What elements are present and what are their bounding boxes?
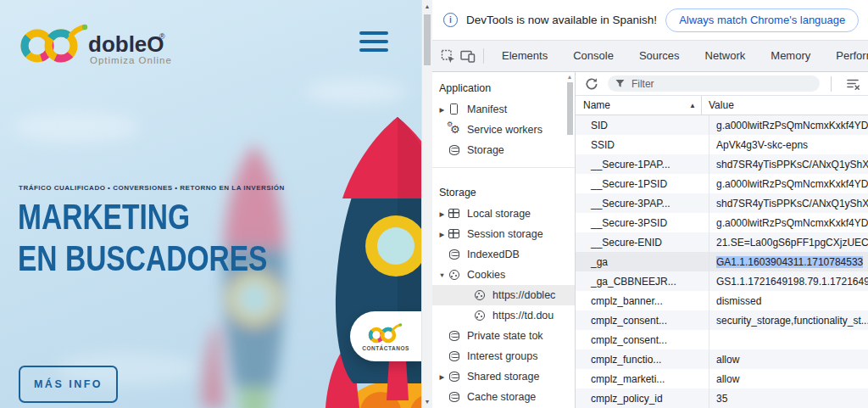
sidebar-item[interactable]: Service workers xyxy=(432,120,575,140)
sidebar-section-title: Application xyxy=(432,74,575,99)
scrollbar-thumb[interactable] xyxy=(567,82,573,135)
column-header-name[interactable]: Name ▲ xyxy=(576,96,702,115)
sidebar-item[interactable]: IndexedDB xyxy=(432,244,575,265)
cookie-value-cell[interactable]: allow xyxy=(709,369,868,388)
device-toolbar-icon[interactable] xyxy=(458,46,478,66)
sidebar-item[interactable]: Private state tok xyxy=(432,326,575,346)
sidebar-item[interactable]: https://doblec xyxy=(432,285,575,305)
filter-input[interactable] xyxy=(630,77,812,91)
devtools-tab[interactable]: Elements xyxy=(489,41,560,71)
cookie-name-cell[interactable]: cmplz_consent... xyxy=(576,330,709,349)
sidebar-item[interactable]: Local storage xyxy=(432,204,575,224)
cookie-row[interactable]: __Secure-ENID 21.SE=La00gS6pFF1pgCXjzUEC… xyxy=(576,232,868,252)
disclosure-arrow-icon[interactable] xyxy=(437,271,448,279)
contact-widget[interactable]: CONTÁCTANOS xyxy=(350,311,421,361)
sort-ascending-icon: ▲ xyxy=(689,102,696,109)
cookie-value-cell[interactable]: shd7SR4yTisPPKsC/ANxQ1yShX... xyxy=(709,193,868,213)
cookie-row[interactable]: cmplz_consent... xyxy=(576,330,868,349)
disclosure-arrow-icon[interactable] xyxy=(437,106,448,114)
cookie-row[interactable]: cmplz_marketi... allow xyxy=(576,369,868,388)
cookie-name-cell[interactable]: __Secure-ENID xyxy=(576,232,709,252)
cookie-row[interactable]: __Secure-3PAP... shd7SR4yTisPPKsC/ANxQ1y… xyxy=(576,193,868,213)
sidebar-item[interactable]: https://td.dou xyxy=(432,305,575,326)
refresh-icon[interactable] xyxy=(581,74,602,94)
disclosure-arrow-icon[interactable] xyxy=(437,373,448,381)
cookie-row[interactable]: __Secure-1PSID g.a000lwitRzPsQmNcmxKxkf4… xyxy=(576,174,868,193)
cookie-value-cell[interactable]: GA1.1.1603904311.1710784533 xyxy=(709,252,868,271)
devtools-tabs: Elements Console Sources Network Memory … xyxy=(489,41,864,71)
cookie-value-cell[interactable]: GS1.1.1721649198.79.1.1721649... xyxy=(709,271,868,291)
dobleo-logo[interactable]: dobleO ® Optimiza Online xyxy=(15,19,200,68)
cookie-value-cell[interactable]: g.a000lwitRzPsQmNcmxKxkf4YD... xyxy=(709,115,868,135)
cookie-name-cell[interactable]: cmplz_policy_id xyxy=(576,388,709,408)
mas-info-button[interactable]: MÁS INFO xyxy=(19,366,118,403)
cookie-value-cell[interactable]: 35 xyxy=(709,388,868,408)
sidebar-item[interactable]: Interest groups xyxy=(432,346,575,366)
cookie-row[interactable]: _ga_CBBNEEJR... GS1.1.1721649198.79.1.17… xyxy=(576,271,868,291)
cookie-value-cell[interactable]: 21.SE=La00gS6pFF1pgCXjzUECZ... xyxy=(709,232,868,252)
scrollbar-thumb[interactable] xyxy=(424,14,431,65)
sidebar-item[interactable]: Cookies xyxy=(432,265,575,285)
website-pane: dobleO ® Optimiza Online TRÁFICO CUALIFI… xyxy=(0,0,421,408)
clear-all-cookies-icon[interactable] xyxy=(843,74,863,94)
cookie-name-cell[interactable]: cmplz_functio... xyxy=(576,349,709,369)
cookie-row[interactable]: _ga GA1.1.1603904311.1710784533 xyxy=(576,252,868,271)
sidebar-item[interactable]: Cache storage xyxy=(432,387,575,407)
devtools-panel: i DevTools is now available in Spanish! … xyxy=(431,0,868,408)
sidebar-item[interactable]: Manifest xyxy=(432,99,575,120)
page-scrollbar[interactable]: ▲ ▼ xyxy=(421,0,432,408)
sidebar-item-label: Session storage xyxy=(467,228,543,240)
sidebar-item[interactable]: Session storage xyxy=(432,224,575,244)
cookie-row[interactable]: SSID ApVk4g3V-skc-epns xyxy=(576,135,868,154)
cookie-name-cell[interactable]: SID xyxy=(576,115,709,135)
cookie-name-cell[interactable]: _ga_CBBNEEJR... xyxy=(576,271,709,291)
cookie-name-cell[interactable]: cmplz_marketi... xyxy=(576,369,709,388)
scroll-up-icon[interactable]: ▲ xyxy=(565,74,574,80)
cookie-row[interactable]: cmplz_functio... allow xyxy=(576,349,868,369)
cookie-row[interactable]: cmplz_policy_id 35 xyxy=(576,388,868,408)
cookie-origin-icon xyxy=(473,309,487,322)
cookie-row[interactable]: SID g.a000lwitRzPsQmNcmxKxkf4YD... xyxy=(576,115,868,135)
cookie-name-cell[interactable]: cmplz_banner... xyxy=(576,291,709,310)
cookie-name-cell[interactable]: _ga xyxy=(576,252,709,271)
devtools-tab[interactable]: Performance xyxy=(823,41,868,71)
devtools-tab[interactable]: Memory xyxy=(758,41,823,71)
manifest-icon xyxy=(448,103,461,116)
devtools-tab[interactable]: Console xyxy=(560,41,626,71)
service-workers-icon xyxy=(448,123,461,137)
cookie-row[interactable]: __Secure-1PAP... shd7SR4yTisPPKsC/ANxQ1y… xyxy=(576,154,868,174)
sidebar-item[interactable]: Storage xyxy=(432,140,575,160)
cookie-filter[interactable] xyxy=(608,75,820,92)
hamburger-menu-icon[interactable] xyxy=(359,31,388,52)
cookie-row[interactable]: cmplz_banner... dismissed xyxy=(576,291,868,310)
cookie-name-cell[interactable]: __Secure-3PAP... xyxy=(576,193,709,213)
cookie-value-cell[interactable]: allow xyxy=(709,349,868,369)
cookie-value-cell[interactable]: security_storage,functionality_st... xyxy=(709,310,868,330)
cookie-value-cell[interactable]: dismissed xyxy=(709,291,868,310)
cookie-name-cell[interactable]: SSID xyxy=(576,135,709,154)
scroll-up-icon[interactable]: ▲ xyxy=(422,3,432,9)
cookie-value-cell[interactable]: g.a000lwitRzPsQmNcmxKxkf4YD... xyxy=(709,174,868,193)
sidebar-scrollbar[interactable]: ▲ xyxy=(565,74,574,135)
cookie-name-cell[interactable]: cmplz_consent... xyxy=(576,310,709,330)
disclosure-arrow-icon[interactable] xyxy=(437,210,448,218)
column-header-value[interactable]: Value xyxy=(702,96,868,115)
cookie-row[interactable]: cmplz_consent... security_storage,functi… xyxy=(576,310,868,330)
sidebar-item[interactable]: Shared storage xyxy=(432,366,575,387)
cookie-name-cell[interactable]: __Secure-3PSID xyxy=(576,213,709,232)
devtools-tab[interactable]: Sources xyxy=(626,41,693,71)
inspect-element-icon[interactable] xyxy=(437,46,458,66)
disclosure-arrow-icon[interactable] xyxy=(437,231,448,238)
scroll-down-icon[interactable]: ▼ xyxy=(422,399,432,405)
cookie-value-cell[interactable]: shd7SR4yTisPPKsC/ANxQ1yShX... xyxy=(709,154,868,174)
sidebar-item-label: Cookies xyxy=(467,269,505,281)
cookie-row[interactable]: __Secure-3PSID g.a000lwitRzPsQmNcmxKxkf4… xyxy=(576,213,868,232)
devtools-tab[interactable]: Network xyxy=(693,41,759,71)
match-language-button[interactable]: Always match Chrome's language xyxy=(665,8,859,32)
cookie-value-cell[interactable]: g.a000lwitRzPsQmNcmxKxkf4YD... xyxy=(709,213,868,232)
cookie-value-cell[interactable]: ApVk4g3V-skc-epns xyxy=(709,135,868,154)
cookie-name-cell[interactable]: __Secure-1PSID xyxy=(576,174,709,193)
cookie-name-cell[interactable]: __Secure-1PAP... xyxy=(576,154,709,174)
cookie-value-cell[interactable] xyxy=(709,330,868,349)
cache-storage-icon xyxy=(448,390,461,404)
